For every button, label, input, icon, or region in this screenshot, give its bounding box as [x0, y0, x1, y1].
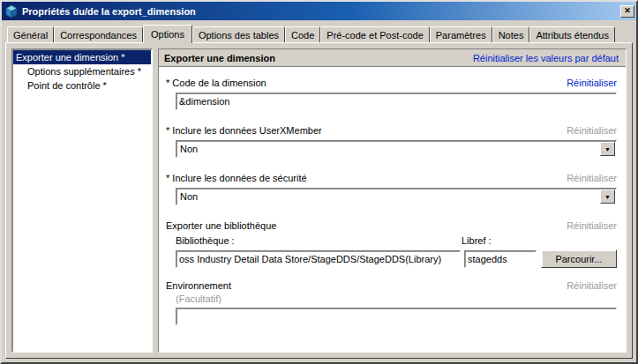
section-securite: * Inclure les données de sécurité Réinit…	[166, 173, 617, 205]
panel-title: Exporter une dimension	[164, 53, 275, 63]
window-title: Propriétés du/de la export_dimension	[22, 6, 620, 17]
tree-item-exporter-une-dimension[interactable]: Exporter une dimension *	[13, 50, 151, 64]
tab-correspondances[interactable]: Correspondances	[54, 26, 143, 42]
code-dimension-input[interactable]	[176, 93, 617, 110]
options-panel: Exporter une dimension Réinitialiser les…	[158, 48, 627, 353]
userxmember-dropdown-value: Non	[176, 144, 599, 154]
tab-options-des-tables[interactable]: Options des tables	[192, 26, 285, 42]
section-code-dimension: * Code de la dimension Réinitialiser	[166, 78, 617, 110]
tab-pre-code-post-code[interactable]: Pré-code et Post-code	[320, 26, 429, 42]
tab-strip: Général Correspondances Options Options …	[2, 20, 636, 42]
tree-item-point-de-controle[interactable]: Point de contrôle *	[13, 78, 151, 93]
environnement-reset-link: Réinitialiser	[567, 280, 617, 291]
userxmember-label: * Inclure les données UserXMember	[166, 125, 322, 136]
close-button[interactable]: ✕	[620, 5, 634, 18]
panel-header: Exporter une dimension Réinitialiser les…	[159, 49, 626, 67]
securite-dropdown-value: Non	[176, 191, 599, 202]
tree-item-options-supplementaires[interactable]: Options supplémentaires *	[13, 64, 151, 78]
bibliotheque-section-label: Exporter une bibliothèque	[166, 220, 276, 231]
code-dimension-label: * Code de la dimension	[166, 78, 266, 88]
environnement-label: Environnement	[166, 280, 231, 291]
bibliotheque-reset-link: Réinitialiser	[567, 220, 617, 231]
bibliotheque-label: Bibliothèque :	[176, 235, 462, 246]
parcourir-button[interactable]: Parcourir...	[541, 249, 617, 268]
securite-dropdown[interactable]: Non ▼	[176, 188, 617, 205]
dimension-icon	[4, 4, 19, 19]
chevron-down-icon[interactable]: ▼	[600, 142, 615, 156]
securite-reset-link: Réinitialiser	[567, 173, 617, 183]
panel-body: * Code de la dimension Réinitialiser * I…	[159, 67, 626, 352]
bibliotheque-input[interactable]	[176, 250, 461, 268]
tab-notes[interactable]: Notes	[492, 26, 530, 42]
environnement-input[interactable]	[176, 308, 617, 325]
securite-label: * Inclure les données de sécurité	[166, 173, 307, 183]
title-bar: Propriétés du/de la export_dimension ✕	[2, 2, 636, 20]
options-tree: Exporter une dimension * Options supplém…	[11, 48, 153, 353]
code-dimension-reset-link[interactable]: Réinitialiser	[567, 78, 617, 88]
tab-attributs-etendus[interactable]: Attributs étendus	[529, 26, 615, 42]
reset-defaults-link[interactable]: Réinitialiser les valeurs par défaut	[473, 53, 619, 63]
section-userxmember: * Inclure les données UserXMember Réinit…	[166, 125, 617, 158]
properties-dialog: Propriétés du/de la export_dimension ✕ G…	[0, 0, 638, 364]
tab-code[interactable]: Code	[285, 26, 320, 42]
libref-label: Libref :	[462, 235, 617, 246]
libref-input[interactable]	[464, 250, 537, 268]
section-bibliotheque: Exporter une bibliothèque Réinitialiser …	[166, 220, 617, 268]
userxmember-dropdown[interactable]: Non ▼	[176, 140, 617, 158]
options-tab-page: Exporter une dimension * Options supplém…	[5, 42, 633, 359]
section-environnement: Environnement Réinitialiser (Facultatif)	[166, 280, 617, 325]
tab-general[interactable]: Général	[7, 26, 54, 42]
chevron-down-icon[interactable]: ▼	[600, 189, 615, 204]
userxmember-reset-link: Réinitialiser	[567, 125, 617, 136]
tab-options[interactable]: Options	[143, 25, 192, 43]
facultatif-label: (Facultatif)	[176, 293, 617, 304]
tab-parametres[interactable]: Paramètres	[430, 26, 492, 42]
